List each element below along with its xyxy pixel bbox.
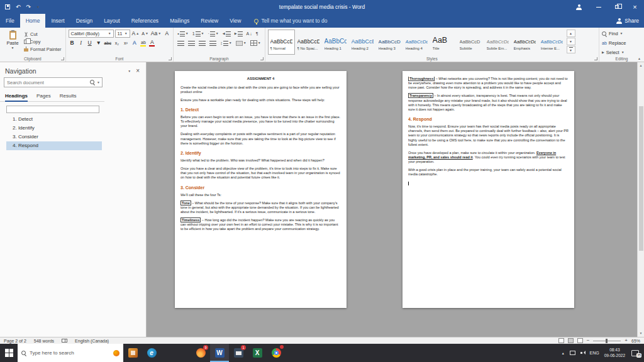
start-button[interactable] (0, 344, 18, 362)
styles-scroll-up-button[interactable]: ▲ (567, 30, 575, 37)
paste-button[interactable]: Paste ▼ (3, 30, 23, 50)
find-button[interactable]: Find▼ (602, 30, 641, 38)
firefox-icon[interactable]: 9 (191, 344, 210, 362)
word-icon[interactable]: W (210, 344, 229, 362)
style-intense[interactable]: AaBbCcDdIntense E... (538, 30, 565, 55)
style-subtle[interactable]: AaBbCcDdSubtle Em... (484, 30, 511, 55)
style-h4[interactable]: AaBbCcDdHeading 4 (403, 30, 430, 55)
justify-button[interactable] (208, 39, 218, 47)
format-painter-button[interactable]: Format Painter (24, 46, 62, 53)
zoom-level[interactable]: 65% (631, 339, 640, 343)
borders-button[interactable]: ▼ (249, 39, 262, 47)
scroll-down-arrow[interactable]: ▼ (638, 330, 644, 337)
mail-app-icon[interactable]: 1 (229, 344, 248, 362)
document-search-box[interactable]: ▼ (4, 77, 103, 87)
font-dialog-launcher[interactable] (169, 57, 172, 60)
bold-button[interactable]: B (69, 39, 76, 47)
numbering-button[interactable]: 1▼ (191, 30, 206, 38)
change-case-button[interactable]: Aa▼ (150, 30, 162, 38)
paragraph-dialog-launcher[interactable] (260, 57, 264, 60)
tray-chevron-icon[interactable]: ▲ (562, 351, 565, 355)
customize-quick-access-icon[interactable]: ▼ (36, 6, 40, 9)
action-center-icon[interactable]: 35 (631, 350, 639, 356)
ribbon-tab-insert[interactable]: Insert (45, 14, 70, 28)
nav-heading-item[interactable]: 3. Consider (6, 133, 102, 141)
shading-button[interactable]: ▼ (235, 39, 248, 47)
navigation-options-icon[interactable]: ▼ (128, 70, 131, 73)
cut-button[interactable]: Cut (24, 31, 62, 38)
superscript-button[interactable]: x² (122, 39, 130, 47)
zoom-slider[interactable] (593, 341, 621, 341)
ribbon-tab-home[interactable]: Home (20, 14, 46, 28)
zoom-slider-thumb[interactable] (606, 339, 608, 343)
line-spacing-button[interactable]: ↕▼ (219, 39, 233, 47)
styles-more-button[interactable]: ▼ (567, 46, 575, 53)
share-button[interactable]: Share (616, 14, 639, 28)
subscript-button[interactable]: x₂ (113, 39, 121, 47)
restore-button[interactable] (608, 0, 626, 14)
style-emphasis[interactable]: AaBbCcDdEmphasis (511, 30, 538, 55)
highlight-color-button[interactable]: ab (140, 39, 147, 47)
nav-heading-item[interactable] (6, 106, 99, 113)
search-document-input[interactable] (4, 80, 88, 85)
font-family-combo[interactable]: Calibri (Body)▼ (69, 30, 114, 38)
style-h1[interactable]: AaBbCcHeading 1 (322, 30, 349, 55)
language-status[interactable]: English (Canada) (75, 339, 109, 343)
scroll-up-arrow[interactable]: ▲ (638, 62, 644, 69)
select-button[interactable]: ▶Select▼ (602, 48, 641, 57)
style-h3[interactable]: AaBbCcDHeading 3 (376, 30, 403, 55)
clear-formatting-button[interactable]: A (163, 30, 170, 38)
style-h2[interactable]: AaBbCcEHeading 2 (349, 30, 376, 55)
print-layout-button[interactable] (568, 338, 574, 343)
font-color-button[interactable]: A (148, 39, 156, 47)
nav-heading-item[interactable]: 1. Detect (6, 115, 102, 124)
align-right-button[interactable] (197, 39, 207, 47)
redo-icon[interactable]: ↷ (26, 4, 31, 10)
ribbon-tab-review[interactable]: Review (195, 14, 224, 28)
search-icon[interactable] (90, 80, 95, 85)
increase-indent-button[interactable]: ▶ (233, 30, 244, 38)
taskbar-search-box[interactable]: Type here to search (18, 344, 123, 362)
read-mode-button[interactable] (558, 338, 564, 343)
style-nospace[interactable]: AaBbCcDd¶ No Spac... (295, 30, 322, 55)
search-options-icon[interactable]: ▼ (97, 81, 100, 84)
ribbon-tab-design[interactable]: Design (70, 14, 98, 28)
nav-tab-pages[interactable]: Pages (36, 93, 51, 102)
ribbon-tab-layout[interactable]: Layout (98, 14, 126, 28)
volume-icon[interactable] (580, 351, 585, 355)
nav-tab-headings[interactable]: Headings (5, 93, 28, 102)
navigation-close-icon[interactable]: × (136, 68, 140, 74)
page-number-status[interactable]: Page 2 of 2 (4, 339, 26, 343)
photos-app-icon[interactable] (123, 344, 142, 362)
ribbon-tab-file[interactable]: File (0, 14, 20, 28)
style-subtitle[interactable]: AaBbCcDSubtitle (457, 30, 484, 55)
show-paragraph-marks-button[interactable]: ¶ (255, 30, 260, 38)
align-center-button[interactable] (187, 39, 196, 47)
nav-heading-item[interactable]: 4. Respond (6, 141, 102, 150)
multilevel-list-button[interactable]: ·▼ (206, 30, 219, 38)
nav-heading-item[interactable]: 2. Identify (6, 124, 102, 133)
chrome-icon[interactable] (267, 344, 286, 362)
strikethrough-button[interactable]: abc (104, 39, 112, 47)
font-size-combo[interactable]: 11▼ (115, 30, 130, 38)
save-icon[interactable] (5, 4, 10, 9)
clock[interactable]: 08:43 09-06-2022 (604, 348, 625, 359)
italic-button[interactable]: I (77, 39, 85, 47)
document-page-2[interactable]: Thoroughness – What networks are you cov… (402, 71, 574, 308)
ribbon-tab-references[interactable]: References (126, 14, 164, 28)
display-icon[interactable] (570, 351, 575, 355)
scrollbar-thumb[interactable] (639, 106, 643, 251)
styles-scroll-down-button[interactable]: ▼ (567, 38, 575, 45)
shrink-font-button[interactable]: A▼ (141, 30, 149, 38)
clipboard-dialog-launcher[interactable] (61, 57, 64, 60)
bullets-button[interactable]: •▼ (176, 30, 189, 38)
text-effects-button[interactable]: A (131, 39, 138, 47)
undo-icon[interactable]: ↶ (16, 4, 21, 10)
styles-dialog-launcher[interactable] (594, 57, 597, 60)
decrease-indent-button[interactable]: ◀ (221, 30, 232, 38)
ribbon-tab-mailings[interactable]: Mailings (164, 14, 195, 28)
edge-icon[interactable]: e (142, 344, 161, 362)
vertical-scrollbar[interactable]: ▲ ▼ (637, 62, 644, 337)
underline-button[interactable]: U (86, 39, 94, 47)
ribbon-tab-view[interactable]: View (224, 14, 247, 28)
